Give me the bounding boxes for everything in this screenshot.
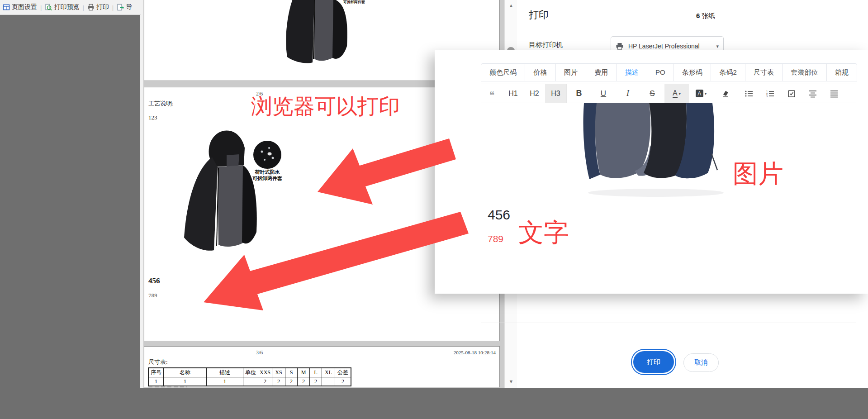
process-note-label: 工艺说明: [148,100,174,108]
printer-select-value: HP LaserJet Professional [628,43,700,50]
highlight-color-icon: A [696,90,703,97]
page-setup-icon [3,4,10,11]
clipped-text-line [148,385,203,387]
description-editor-panel: 颜色尺码 价格 图片 费用 描述 PO 条形码 条码2 尺寸表 套装部位 箱规 … [435,50,868,294]
tab-po[interactable]: PO [647,64,674,81]
export-label: 导 [126,3,132,11]
strikethrough-button[interactable]: S [640,84,664,103]
editor-content-area[interactable]: 456 789 [481,103,856,323]
tab-size-chart[interactable]: 尺寸表 [745,64,783,81]
bullet-list-icon [745,90,753,98]
text-color-icon: A [673,89,678,98]
tab-price[interactable]: 价格 [525,64,555,81]
tab-cost[interactable]: 费用 [586,64,617,81]
print-timestamp: 2025-08-18 10:28:14 [454,350,496,355]
page-number: 3/6 [256,349,263,356]
align-center-icon [809,90,817,98]
col-tolerance: 公差 [335,368,351,377]
export-button[interactable]: 导 [117,3,132,11]
jacket-image-editor [581,103,733,198]
align-center-button[interactable] [802,84,823,103]
print-preview-icon [45,4,52,11]
scroll-down-arrow[interactable]: ▼ [505,379,517,384]
tab-box-spec[interactable]: 箱规 [827,64,857,81]
destination-label: 目标打印机 [529,41,563,49]
jacket-image-page1 [280,0,366,64]
heading-1-button[interactable]: H1 [503,84,524,103]
tab-suit-parts[interactable]: 套装部位 [783,64,826,81]
heading-3-button[interactable]: H3 [545,84,566,103]
size-table-header-row: 序号 名称 描述 单位 XXS XS S M L XL 公差 [148,368,351,377]
tab-description[interactable]: 描述 [617,64,647,81]
col-xl: XL [322,368,335,377]
italic-button[interactable]: I [616,84,640,103]
app-toolbar: 页面设置 | 打印预览 | 打印 | 导 [0,0,141,15]
checklist-icon [787,90,796,98]
export-icon [117,4,124,11]
toolbar-separator: | [40,4,42,11]
doc-line-789: 789 [148,292,157,299]
print-preview-label: 打印预览 [54,3,79,11]
svg-text:3: 3 [766,95,768,98]
tab-color-size[interactable]: 颜色尺码 [481,64,525,81]
page-number: 2/6 [256,90,263,97]
sheet-count-unit: 张纸 [702,12,715,19]
col-xxs: XXS [258,368,272,377]
italic-icon: I [626,89,629,98]
align-justify-button[interactable] [823,84,844,103]
clear-format-button[interactable] [713,84,738,103]
print-label: 打印 [96,3,109,11]
jacket-image-page2: 荷叶式防水 可拆卸两件套 [176,129,294,265]
scroll-up-arrow[interactable]: ▲ [505,3,517,8]
printer-icon [616,43,624,50]
col-xs: XS [272,368,285,377]
heading-2-button[interactable]: H2 [524,84,545,103]
col-m: M [298,368,310,377]
ordered-list-icon: 123 [766,90,774,98]
print-confirm-button[interactable]: 打印 [632,350,675,374]
col-desc: 描述 [207,368,243,377]
text-color-button[interactable]: A▾ [664,84,689,103]
ordered-list-button[interactable]: 123 [759,84,781,103]
print-button-toolbar[interactable]: 打印 [87,3,109,11]
waterproof-badge-icon [253,141,281,169]
preview-page-3: 3/6 2025-08-18 10:28:14 尺寸表: 序号 名称 描述 单位… [144,346,500,387]
tab-barcode[interactable]: 条形码 [674,64,711,81]
doc-line-456: 456 [148,276,160,286]
strikethrough-icon: S [650,89,655,98]
tab-barcode2[interactable]: 条码2 [711,64,745,81]
rich-text-toolbar: ❝ H1 H2 H3 B U I S A▾ A▾ 123 [481,84,856,103]
blockquote-icon: ❝ [489,93,495,98]
col-l: L [310,368,322,377]
size-table: 序号 名称 描述 单位 XXS XS S M L XL 公差 1 1 1 2 2… [148,367,351,386]
bullet-list-button[interactable] [738,84,759,103]
badge-caption-1: 荷叶式防水 [255,169,280,175]
tab-image[interactable]: 图片 [556,64,586,81]
col-unit: 单位 [243,368,258,377]
editor-heading-456: 456 [488,207,510,223]
size-table-title: 尺寸表: [148,358,168,366]
bold-button[interactable]: B [567,84,591,103]
highlight-color-button[interactable]: A▾ [689,84,713,103]
col-name: 名称 [164,368,207,377]
underline-icon: U [601,89,606,98]
underline-button[interactable]: U [591,84,616,103]
printer-icon [87,4,95,11]
editor-tab-bar: 颜色尺码 价格 图片 费用 描述 PO 条形码 条码2 尺寸表 套装部位 箱规 [481,63,857,81]
eraser-icon [721,89,730,98]
print-cancel-button[interactable]: 取消 [683,353,719,372]
print-preview-button[interactable]: 打印预览 [45,3,79,11]
print-dialog-title: 打印 [529,8,549,22]
chevron-down-icon: ▾ [705,91,707,96]
page-setup-label: 页面设置 [12,3,37,11]
badge-caption-2: 可拆卸两件套 [252,176,283,181]
page-setup-button[interactable]: 页面设置 [3,3,37,11]
toolbar-separator: | [82,4,84,11]
checklist-button[interactable] [781,84,802,103]
align-justify-icon [830,90,838,98]
chevron-down-icon: ▾ [679,91,681,96]
sheet-count: 6张纸 [696,12,715,20]
toolbar-separator: | [112,4,114,11]
doc-line-123: 123 [148,114,157,121]
blockquote-button[interactable]: ❝ [481,84,503,103]
